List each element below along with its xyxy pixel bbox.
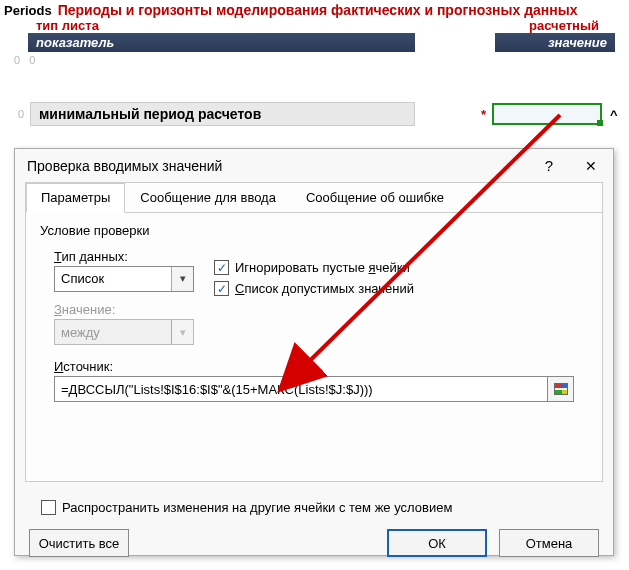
tab-parameters[interactable]: Параметры bbox=[26, 183, 125, 213]
clear-all-button[interactable]: Очистить все bbox=[29, 529, 129, 557]
banner-indicator: показатель bbox=[28, 33, 415, 52]
ignore-blank-label: Игнорировать пустые ячейки bbox=[235, 260, 410, 275]
tab-error-message[interactable]: Сообщение об ошибке bbox=[291, 183, 459, 212]
propagate-checkbox[interactable]: Распространить изменения на другие ячейк… bbox=[41, 500, 603, 515]
column-label-right: расчетный bbox=[529, 18, 599, 33]
value-label: Значение: bbox=[54, 302, 194, 317]
source-input[interactable] bbox=[54, 376, 548, 402]
tab-input-message[interactable]: Сообщение для ввода bbox=[125, 183, 291, 212]
data-validation-dialog: Проверка вводимых значений ? ✕ Параметры… bbox=[14, 148, 614, 556]
grid-icon bbox=[554, 383, 568, 395]
value-combobox: между ▾ bbox=[54, 319, 194, 345]
dialog-close-button[interactable]: ✕ bbox=[579, 158, 603, 174]
criteria-heading: Условие проверки bbox=[40, 223, 588, 238]
outline-zeros: 0 0 bbox=[0, 52, 629, 66]
range-select-button[interactable] bbox=[548, 376, 574, 402]
required-star: * bbox=[481, 107, 486, 122]
dialog-help-button[interactable]: ? bbox=[537, 157, 561, 174]
dialog-title: Проверка вводимых значений bbox=[27, 158, 222, 174]
dropdown-list-label: Список допустимых значений bbox=[235, 281, 414, 296]
selected-cell[interactable] bbox=[492, 103, 602, 125]
dialog-tabs: Параметры Сообщение для ввода Сообщение … bbox=[26, 183, 602, 213]
ok-button[interactable]: ОК bbox=[387, 529, 487, 557]
chevron-down-icon: ▾ bbox=[171, 320, 193, 344]
type-combobox[interactable]: Список ▾ bbox=[54, 266, 194, 292]
checkbox-unchecked-icon bbox=[41, 500, 56, 515]
cancel-button[interactable]: Отмена bbox=[499, 529, 599, 557]
column-label-left: тип листа bbox=[36, 18, 99, 33]
cell-caret: ^ bbox=[610, 107, 618, 122]
checkbox-checked-icon: ✓ bbox=[214, 260, 229, 275]
checkbox-checked-icon: ✓ bbox=[214, 281, 229, 296]
min-period-label: минимальный период расчетов bbox=[30, 102, 415, 126]
in-cell-dropdown-checkbox[interactable]: ✓ Список допустимых значений bbox=[214, 281, 414, 296]
periods-heading: Periods bbox=[4, 3, 52, 18]
ignore-blank-checkbox[interactable]: ✓ Игнорировать пустые ячейки bbox=[214, 260, 414, 275]
periods-description: Периоды и горизонты моделирования фактич… bbox=[58, 2, 578, 18]
chevron-down-icon: ▾ bbox=[171, 267, 193, 291]
source-label: Источник: bbox=[54, 359, 588, 374]
propagate-label: Распространить изменения на другие ячейк… bbox=[62, 500, 452, 515]
type-value: Список bbox=[55, 271, 171, 286]
value-value: между bbox=[55, 325, 171, 340]
banner-value: значение bbox=[495, 33, 615, 52]
row-outline-zero: 0 bbox=[14, 108, 24, 120]
type-label: Тип данных: bbox=[54, 249, 194, 264]
